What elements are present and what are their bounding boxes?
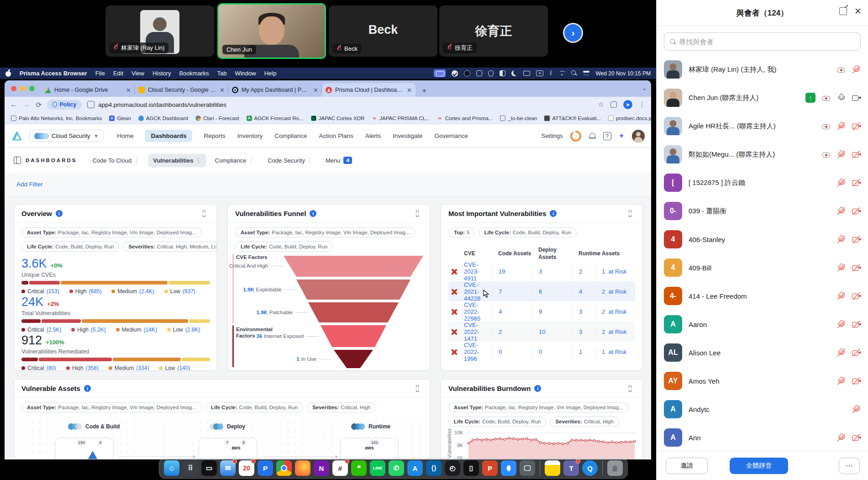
- expand-icon[interactable]: [203, 211, 209, 217]
- card-registry-images[interactable]: 7 aws5 12 Registry Images: [199, 438, 257, 459]
- card-code-packages[interactable]: 194 4 198 Code Packages: [55, 438, 114, 459]
- apple-menu-icon[interactable]: [5, 70, 11, 77]
- nav-compliance[interactable]: Compliance: [274, 132, 307, 139]
- dock-icon-line[interactable]: LINE: [370, 460, 385, 476]
- popout-icon[interactable]: [839, 7, 847, 15]
- bookmark-item[interactable]: prodsec.docs.pan...: [608, 116, 651, 121]
- dash-tab-vulnerabilities-active[interactable]: Vulnerabilities⋮: [148, 154, 205, 167]
- nav-inventory[interactable]: Inventory: [237, 132, 263, 139]
- usage-gauge[interactable]: [570, 131, 581, 142]
- screen-share-status-icon[interactable]: [434, 69, 446, 77]
- window-tile-icon[interactable]: [500, 70, 505, 76]
- dock-icon-launchpad[interactable]: ⠿: [183, 460, 198, 476]
- filter-pill-asset-type[interactable]: Asset Type:Package, Iac, Registry Image,…: [235, 227, 416, 237]
- table-row[interactable]: CVE-2022-22965 493 2 at Risk: [448, 301, 635, 322]
- funnel-stage-exploitable[interactable]: [296, 280, 410, 300]
- spotlight-search-icon[interactable]: [571, 70, 577, 76]
- browser-tab-google-slides[interactable]: Cloud Security - Google Slide ✕: [135, 83, 228, 97]
- bookmark-item[interactable]: Palo Alto Networks, Inc. Bookmarks: [11, 116, 102, 121]
- dock-icon-chrome[interactable]: [276, 460, 292, 476]
- menubar-clock[interactable]: Wed 20 Nov 10:15 PM: [595, 70, 651, 77]
- close-tab-icon[interactable]: ✕: [407, 87, 412, 94]
- dock-icon-zoom[interactable]: ⬮: [501, 460, 516, 476]
- help-icon[interactable]: ?: [603, 132, 611, 140]
- participant-row[interactable]: A Andytc: [664, 395, 861, 423]
- browser-tab-google-drive[interactable]: Home - Google Drive ✕: [41, 83, 135, 97]
- nav-dashboards-active[interactable]: Dashboards: [145, 130, 192, 142]
- dock-icon-watch[interactable]: ◴: [445, 460, 460, 476]
- expand-icon[interactable]: [416, 211, 422, 217]
- menu-view[interactable]: View: [132, 70, 144, 77]
- cve-link[interactable]: CVE-2023-4911: [464, 261, 492, 282]
- funnel-stage-critical-and-high[interactable]: [284, 256, 423, 277]
- filter-pill-life-cycle[interactable]: Life Cycle:Code, Build, Deploy, Run: [21, 242, 119, 252]
- dock-icon-iphone-mirroring[interactable]: ▭: [201, 460, 217, 476]
- tab-kebab-icon[interactable]: ⋮: [195, 157, 201, 164]
- input-source-icon[interactable]: A: [536, 70, 543, 76]
- policy-button[interactable]: Policy: [47, 100, 82, 110]
- new-tab-button[interactable]: +: [418, 85, 430, 97]
- nav-home[interactable]: Home: [117, 132, 133, 139]
- dock-icon-vscode[interactable]: ⟨⟩: [426, 460, 442, 476]
- nav-investigate[interactable]: Investigate: [393, 132, 422, 139]
- close-tab-icon[interactable]: ✕: [220, 87, 225, 94]
- extensions-icon[interactable]: [610, 101, 617, 108]
- close-tab-icon[interactable]: ✕: [126, 87, 131, 94]
- funnel-stage-internet-exposed[interactable]: [321, 325, 386, 347]
- user-avatar[interactable]: [632, 130, 645, 142]
- funnel-stage-in-use[interactable]: [334, 350, 373, 368]
- filter-pill-life-cycle[interactable]: Life Cycle:Code, Build, Deploy, Run: [448, 417, 546, 427]
- nav-reports[interactable]: Reports: [204, 132, 226, 139]
- info-icon[interactable]: i: [310, 210, 316, 217]
- menu-window[interactable]: Window: [235, 70, 256, 77]
- table-row-hovered[interactable]: CVE-2021-44228 764 2 at Risk: [448, 281, 635, 301]
- browser-menu-kebab-icon[interactable]: ⋮: [639, 101, 646, 108]
- dock-icon-trash[interactable]: 🗑: [607, 460, 623, 476]
- close-icon[interactable]: ✕: [854, 7, 862, 15]
- bookmark-item[interactable]: GGlean: [109, 116, 131, 121]
- menu-bookmarks[interactable]: Bookmarks: [179, 70, 209, 77]
- cve-link[interactable]: CVE-2022-1996: [464, 342, 492, 362]
- participant-search-box[interactable]: [664, 32, 861, 51]
- info-icon[interactable]: i: [534, 385, 541, 392]
- filter-pill-top[interactable]: Top:5: [448, 227, 475, 237]
- displays-icon[interactable]: [523, 71, 530, 76]
- notifications-bell-icon[interactable]: [589, 132, 596, 140]
- product-selector-dropdown[interactable]: Cloud Security ▼: [29, 130, 103, 142]
- nav-governance[interactable]: Governance: [434, 132, 468, 139]
- participant-row[interactable]: [ [ 1522875 ] 許云鋤: [664, 169, 861, 197]
- more-options-button[interactable]: ⋯: [839, 458, 860, 474]
- participant-row[interactable]: A Ann: [664, 423, 861, 451]
- dock-icon-quicktime[interactable]: Q: [582, 460, 598, 476]
- dashboards-grid-icon[interactable]: [14, 157, 21, 164]
- dock-icon-powerpoint[interactable]: P: [482, 460, 498, 476]
- participant-row[interactable]: Agile HR社長... (聯席主持人): [664, 112, 861, 140]
- reload-button[interactable]: ⟳: [36, 100, 42, 109]
- participant-row[interactable]: AY Amos Yeh: [664, 367, 861, 395]
- bookmark-item[interactable]: ∞Cortex and Prisma...: [437, 116, 493, 121]
- tab-kebab-icon[interactable]: ⋮: [307, 157, 313, 164]
- menu-file[interactable]: File: [95, 70, 105, 77]
- dock-icon-notes[interactable]: [545, 460, 560, 476]
- app-menu-title[interactable]: Prisma Access Browser: [20, 70, 87, 77]
- fullscreen-window-button[interactable]: [29, 86, 35, 91]
- prisma-logo-icon[interactable]: [11, 130, 23, 142]
- tab-kebab-icon[interactable]: ⋮: [133, 157, 139, 164]
- dock-icon-whatsapp[interactable]: ✆: [389, 460, 404, 476]
- browser-tab-my-apps[interactable]: My Apps Dashboard | Palo Alt ✕: [228, 83, 322, 97]
- close-tab-icon[interactable]: ✕: [313, 87, 318, 94]
- mute-all-button[interactable]: 全體靜音: [730, 458, 788, 474]
- control-center-icon[interactable]: [583, 70, 589, 76]
- bookmark-item[interactable]: AGCK Dashboard: [138, 116, 188, 121]
- address-bar[interactable]: app4.prismacloud.io/dashboards/vulnerabi…: [87, 101, 592, 108]
- next-videos-button[interactable]: ›: [564, 24, 582, 42]
- table-row[interactable]: CVE-2023-4911 1932 1 at Risk: [448, 261, 635, 281]
- bluetooth-icon[interactable]: ᛒ: [549, 70, 552, 76]
- filter-pill-life-cycle[interactable]: Life Cycle:Code, Build, Deploy, Run: [479, 227, 576, 237]
- dock-icon-finder[interactable]: ☺: [164, 460, 179, 476]
- dock-icon-app-store[interactable]: A: [407, 460, 423, 476]
- window-controls[interactable]: [11, 80, 41, 97]
- menu-help[interactable]: Help: [264, 70, 277, 77]
- minimize-window-button[interactable]: [20, 86, 26, 91]
- dash-tab-code-security[interactable]: Code Security⋮: [263, 154, 317, 167]
